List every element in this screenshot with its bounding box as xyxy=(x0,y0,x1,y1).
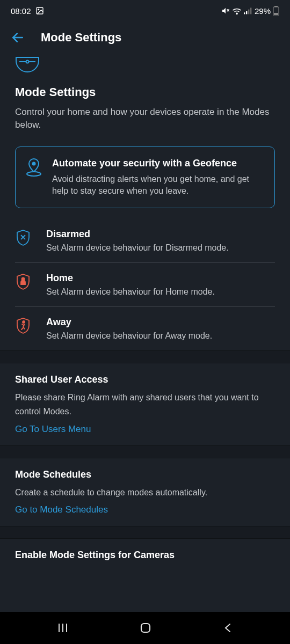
svg-point-1 xyxy=(38,9,39,10)
svg-point-21 xyxy=(23,321,25,323)
mode-title: Disarmed xyxy=(46,229,275,240)
mode-desc: Set Alarm device behaviour for Disarmed … xyxy=(46,243,275,253)
image-icon xyxy=(35,6,44,15)
svg-rect-5 xyxy=(244,12,245,14)
geofence-title: Automate your security with a Geofence xyxy=(52,158,265,169)
svg-point-16 xyxy=(33,162,35,165)
wifi-icon xyxy=(232,7,242,14)
mode-item-home[interactable]: Home Set Alarm device behaviour for Home… xyxy=(15,262,275,306)
app-header: Mode Settings xyxy=(0,21,290,54)
section-divider xyxy=(0,526,290,539)
app-logo-icon xyxy=(0,56,290,75)
schedules-section: Mode Schedules Create a schedule to chan… xyxy=(15,458,275,526)
signal-icon xyxy=(244,7,252,14)
status-time: 08:02 xyxy=(11,6,44,16)
status-right: 29% xyxy=(221,6,279,16)
svg-rect-25 xyxy=(141,624,150,632)
page-subtitle: Control your home and how your devices o… xyxy=(15,106,275,131)
mode-title: Home xyxy=(46,273,275,284)
shield-running-icon xyxy=(15,318,31,334)
svg-rect-11 xyxy=(274,13,278,15)
shared-user-section: Shared User Access Please share Ring Ala… xyxy=(15,363,275,445)
svg-rect-8 xyxy=(250,8,251,14)
geofence-card[interactable]: Automate your security with a Geofence A… xyxy=(15,147,275,209)
back-button[interactable] xyxy=(11,31,25,45)
battery-icon xyxy=(273,6,279,16)
android-nav-bar xyxy=(0,612,290,644)
svg-rect-7 xyxy=(248,10,249,14)
mode-desc: Set Alarm device behaviour for Home mode… xyxy=(46,287,275,297)
shield-x-icon xyxy=(15,230,31,246)
svg-point-13 xyxy=(26,61,29,63)
shared-user-desc: Please share Ring Alarm with any shared … xyxy=(15,391,275,418)
mode-item-disarmed[interactable]: Disarmed Set Alarm device behaviour for … xyxy=(15,219,275,262)
cameras-title: Enable Mode Settings for Cameras xyxy=(15,550,275,561)
location-pin-icon xyxy=(25,158,42,197)
header-title: Mode Settings xyxy=(41,31,121,45)
shield-person-icon xyxy=(15,274,31,290)
status-bar: 08:02 29% xyxy=(0,0,290,21)
shared-user-title: Shared User Access xyxy=(15,374,275,385)
battery-percent: 29% xyxy=(255,6,271,16)
back-nav-button[interactable] xyxy=(222,622,233,634)
section-divider xyxy=(0,350,290,363)
schedules-title: Mode Schedules xyxy=(15,469,275,480)
recents-button[interactable] xyxy=(57,622,69,634)
geofence-desc: Avoid distracting alerts when you get ho… xyxy=(52,173,265,197)
section-divider xyxy=(0,445,290,458)
svg-point-4 xyxy=(236,13,237,14)
mode-item-away[interactable]: Away Set Alarm device behaviour for Away… xyxy=(15,306,275,350)
mute-icon xyxy=(221,6,230,15)
mode-title: Away xyxy=(46,317,275,328)
page-title: Mode Settings xyxy=(15,85,275,99)
schedules-link[interactable]: Go to Mode Schedules xyxy=(15,504,275,515)
svg-rect-6 xyxy=(246,11,247,14)
users-menu-link[interactable]: Go To Users Menu xyxy=(15,424,275,435)
home-button[interactable] xyxy=(139,621,152,634)
cameras-section[interactable]: Enable Mode Settings for Cameras xyxy=(15,539,275,577)
mode-list: Disarmed Set Alarm device behaviour for … xyxy=(15,219,275,350)
schedules-desc: Create a schedule to change modes automa… xyxy=(15,486,275,500)
mode-desc: Set Alarm device behaviour for Away mode… xyxy=(46,331,275,341)
